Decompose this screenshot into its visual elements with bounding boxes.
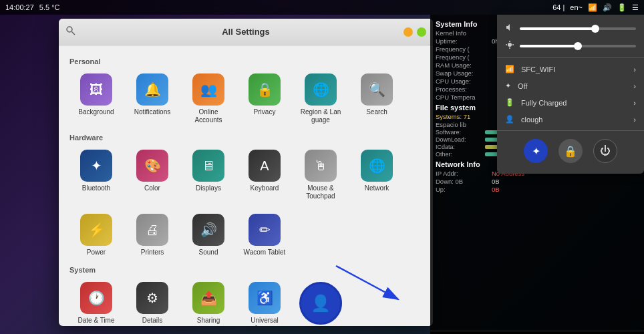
battery-icon: 🔋 [617,3,627,12]
cpu-temp-label: CPU Tempera [436,94,489,101]
settings-item-region[interactable]: 🌐 Region & Language [294,69,347,128]
bluetooth-status-label: Off [518,82,527,90]
settings-item-wacom[interactable]: ✏ Wacom Tablet [238,210,291,261]
settings-item-network[interactable]: 🌐 Network [350,146,404,204]
settings-item-power[interactable]: ⚡ Power [69,210,123,261]
topbar: 14:00:27 5.5 °C 64 | en~ 📶 🔊 🔋 ☰ [0,0,644,15]
displays-icon: 🖥 [192,150,224,182]
minimize-button[interactable] [404,27,413,37]
settings-item-datetime[interactable]: 🕐 Date & Time [69,278,123,326]
topbar-temperature: 5.5 °C [39,3,60,11]
personal-grid: 🖼 Background 🔔 Notifications 👥 OnlineAcc… [69,69,422,128]
svg-point-4 [508,43,512,47]
power-action-button[interactable]: ⏻ [593,139,617,163]
volume-slider-track[interactable] [520,27,636,30]
network-icon: 🌐 [361,150,393,182]
volume-slider-fill [520,27,595,30]
sharing-label: Sharing [197,317,220,325]
user-label: clough [521,116,542,124]
mouse-label: Mouse &Touchpad [306,184,335,200]
settings-item-color[interactable]: 🎨 Color [126,146,179,204]
settings-shortcut-icon: ✦ [532,145,540,158]
wifi-label: SFC_WIFI [521,65,555,73]
volume-slider-thumb [591,25,599,33]
swap-label: Swap Usage: [436,69,489,77]
brightness-slider-icon [505,40,514,52]
quick-bluetooth-item[interactable]: ✦ Off › [497,77,644,94]
quick-user-item[interactable]: 👤 clough › [497,111,644,128]
brightness-slider-row [497,37,644,55]
displays-label: Displays [196,184,221,192]
settings-item-keyboard[interactable]: A Keyboard [238,146,291,204]
settings-window: All Settings Personal 🖼 Background 🔔 Not… [59,19,433,326]
quick-wifi-item[interactable]: 📶 SFC_WIFI › [497,61,644,77]
settings-item-notifications[interactable]: 🔔 Notifications [126,69,179,128]
user-menu-icon: 👤 [505,115,514,124]
settings-item-mouse[interactable]: 🖱 Mouse &Touchpad [294,146,347,204]
printers-label: Printers [141,248,164,257]
online-accounts-label: OnlineAccounts [194,108,222,124]
section-system: System [69,266,422,274]
keyboard-icon: A [249,150,281,182]
lock-button[interactable]: 🔒 [558,139,583,163]
battery-arrow-icon: › [633,99,636,107]
quick-battery-item[interactable]: 🔋 Fully Charged › [497,94,644,111]
wacom-label: Wacom Tablet [244,248,286,257]
sharing-icon: 📤 [192,282,224,314]
download-bar-label: DownLoad: [436,136,482,143]
settings-item-users[interactable]: 👤 Users [294,278,347,326]
search-button[interactable] [65,25,76,39]
settings-item-privacy[interactable]: 🔒 Privacy [238,69,291,128]
icdata-bar-label: ICdata: [436,144,482,150]
quick-divider-1 [497,57,644,58]
settings-item-details[interactable]: ⚙ Details [126,278,179,326]
settings-item-sound[interactable]: 🔊 Sound [182,210,235,261]
settings-item-bluetooth[interactable]: ✦ Bluetooth [69,146,123,204]
down-label: Down: 0B [436,178,489,185]
espacio-label: Espacio lib [436,121,489,128]
topbar-lang: en~ [570,3,583,11]
bluetooth-icon: ✦ [80,150,112,182]
settings-shortcut-button[interactable]: ✦ [524,139,548,163]
network-label: Network [365,184,389,192]
bluetooth-label: Bluetooth [82,184,110,192]
settings-item-background[interactable]: 🖼 Background [69,69,123,128]
power-icon: ⚡ [80,214,112,246]
svg-point-0 [67,27,72,32]
users-icon: 👤 [311,294,331,313]
details-icon: ⚙ [136,282,168,314]
window-controls [404,27,426,37]
battery-menu-icon: 🔋 [505,98,514,107]
settings-item-displays[interactable]: 🖥 Displays [182,146,235,204]
power-label: Power [87,248,106,257]
universal-access-icon: ♿ [249,282,281,314]
settings-item-sharing[interactable]: 📤 Sharing [182,278,235,326]
datetime-label: Date & Time [77,317,114,325]
background-label: Background [78,108,114,116]
settings-item-online-accounts[interactable]: 👥 OnlineAccounts [182,69,235,128]
background-icon: 🖼 [80,73,112,106]
wacom-icon: ✏ [249,214,281,246]
freq2-label: Frequency ( [436,53,489,61]
brightness-slider-track[interactable] [520,45,636,47]
region-label: Region & Language [301,108,341,124]
topbar-datetime: 14:00:27 [5,3,34,11]
privacy-label: Privacy [254,108,276,116]
quick-settings-dropdown: 📶 SFC_WIFI › ✦ Off › 🔋 Fully Charged › 👤… [497,15,644,174]
settings-item-universal-access[interactable]: ♿ UniversalAccess [238,278,291,326]
wifi-menu-icon: 📶 [505,65,514,73]
settings-item-search[interactable]: 🔍 Search [350,69,404,128]
settings-item-printers[interactable]: 🖨 Printers [126,210,179,261]
topbar-right: 64 | en~ 📶 🔊 🔋 ☰ [552,3,639,12]
maximize-button[interactable] [417,27,426,37]
power-menu-icon[interactable]: ☰ [632,3,639,12]
power-off-icon: ⏻ [600,145,611,157]
other-bar-label: Other: [436,151,482,158]
color-icon: 🎨 [136,150,168,182]
section-personal: Personal [69,57,422,65]
hardware-grid: ✦ Bluetooth 🎨 Color 🖥 Displays A Keyboar… [69,146,422,204]
hardware-grid2: ⚡ Power 🖨 Printers 🔊 Sound ✏ Wacom Table… [69,210,422,261]
brightness-slider-thumb [574,42,582,50]
svg-line-1 [72,31,75,35]
topbar-counter: 64 | [552,3,565,11]
